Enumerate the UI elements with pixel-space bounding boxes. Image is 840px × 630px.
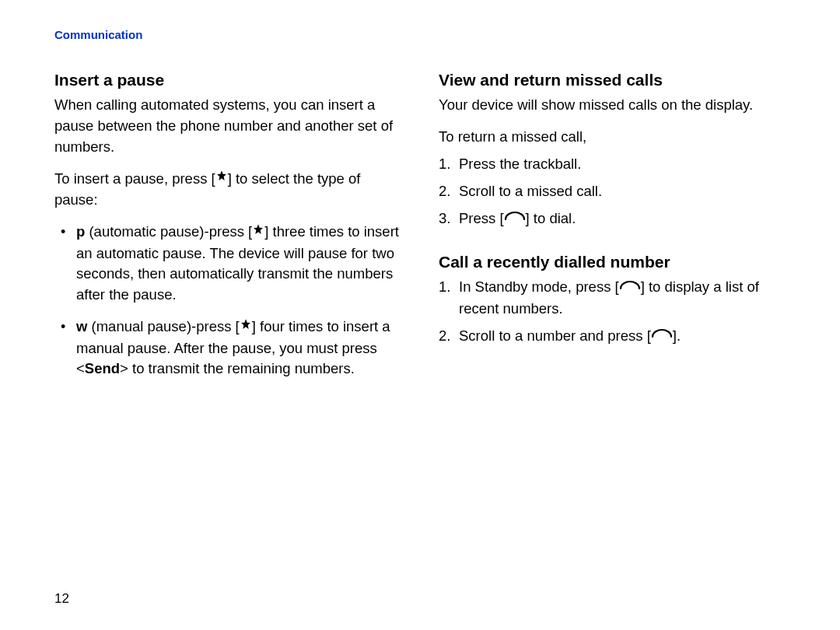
- subintro-paragraph: To insert a pause, press [] to select th…: [54, 169, 401, 211]
- star-icon: [240, 316, 252, 337]
- recent-dial-steps: In Standby mode, press [] to display a l…: [439, 277, 786, 347]
- manual-page: Communication Insert a pause When callin…: [0, 0, 840, 630]
- columns: Insert a pause When calling automated sy…: [54, 69, 786, 390]
- right-column: View and return missed calls Your device…: [439, 69, 786, 390]
- scroll-pre: Scroll to a number and press [: [459, 327, 651, 344]
- call-icon: [504, 207, 526, 228]
- heading-insert-pause: Insert a pause: [54, 69, 401, 90]
- step-press-trackball: Press the trackball.: [439, 154, 786, 175]
- bullet-automatic-pause: p (automatic pause)-press [] three times…: [54, 222, 401, 306]
- bullet-pre-0: (automatic pause)-press [: [85, 223, 252, 240]
- step-standby-press: In Standby mode, press [] to display a l…: [439, 277, 786, 319]
- step-press-dial: Press [] to dial.: [439, 208, 786, 230]
- missed-calls-lead: To return a missed call,: [439, 127, 786, 148]
- bullet-pre-1: (manual pause)-press [: [87, 318, 239, 334]
- bullet-bold-p: p: [76, 223, 85, 240]
- missed-calls-intro: Your device will show missed calls on th…: [439, 95, 786, 116]
- star-icon: [215, 167, 228, 188]
- call-icon: [619, 276, 641, 297]
- page-number: 12: [54, 591, 69, 607]
- bullet-bold-w: w: [76, 318, 87, 334]
- call-icon: [651, 324, 673, 345]
- pause-type-list: p (automatic pause)-press [] three times…: [54, 222, 401, 380]
- section-heading: Communication: [54, 28, 786, 41]
- intro-paragraph: When calling automated systems, you can …: [54, 95, 401, 157]
- subintro-pre: To insert a pause, press [: [54, 170, 215, 187]
- bullet-manual-pause: w (manual pause)-press [] four times to …: [54, 317, 401, 380]
- step-scroll-missed: Scroll to a missed call.: [439, 181, 786, 202]
- step-scroll-press: Scroll to a number and press [].: [439, 326, 786, 348]
- standby-pre: In Standby mode, press [: [459, 278, 619, 295]
- step-dial-pre: Press [: [459, 210, 504, 226]
- step-dial-post: ] to dial.: [526, 210, 576, 226]
- scroll-post: ].: [673, 327, 681, 344]
- star-icon: [252, 221, 264, 242]
- heading-missed-calls: View and return missed calls: [439, 69, 786, 90]
- left-column: Insert a pause When calling automated sy…: [54, 69, 401, 390]
- heading-recent-dial: Call a recently dialled number: [439, 251, 786, 272]
- missed-calls-steps: Press the trackball. Scroll to a missed …: [439, 154, 786, 229]
- bullet-send: Send: [85, 360, 120, 376]
- bullet-post-1b: > to transmit the remaining numbers.: [120, 360, 355, 376]
